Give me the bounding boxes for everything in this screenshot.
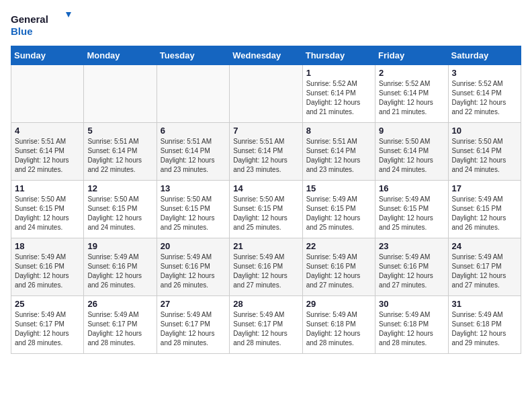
day-number: 21 (233, 241, 298, 251)
day-number: 28 (233, 299, 298, 309)
calendar-cell: 15Sunrise: 5:49 AM Sunset: 6:15 PM Dayli… (302, 181, 375, 238)
day-info: Sunrise: 5:50 AM Sunset: 6:15 PM Dayligh… (15, 195, 80, 232)
calendar-cell (157, 65, 229, 123)
day-number: 14 (233, 183, 298, 193)
day-info: Sunrise: 5:49 AM Sunset: 6:16 PM Dayligh… (161, 253, 226, 290)
day-info: Sunrise: 5:51 AM Sunset: 6:14 PM Dayligh… (306, 137, 371, 175)
day-header-thursday: Thursday (302, 46, 375, 65)
calendar-cell: 11Sunrise: 5:50 AM Sunset: 6:15 PM Dayli… (11, 181, 84, 238)
calendar-cell: 17Sunrise: 5:49 AM Sunset: 6:15 PM Dayli… (448, 181, 521, 238)
calendar-cell: 5Sunrise: 5:51 AM Sunset: 6:14 PM Daylig… (84, 123, 157, 181)
day-number: 3 (452, 68, 517, 78)
calendar-body: 1Sunrise: 5:52 AM Sunset: 6:14 PM Daylig… (11, 65, 521, 354)
day-number: 2 (379, 68, 444, 78)
calendar-cell: 31Sunrise: 5:49 AM Sunset: 6:18 PM Dayli… (448, 296, 521, 354)
day-info: Sunrise: 5:51 AM Sunset: 6:14 PM Dayligh… (87, 137, 152, 175)
day-info: Sunrise: 5:49 AM Sunset: 6:16 PM Dayligh… (379, 253, 444, 290)
calendar-cell: 12Sunrise: 5:50 AM Sunset: 6:15 PM Dayli… (84, 181, 157, 238)
calendar-table: SundayMondayTuesdayWednesdayThursdayFrid… (11, 46, 521, 354)
day-info: Sunrise: 5:49 AM Sunset: 6:15 PM Dayligh… (379, 195, 444, 232)
page-header: General Blue (11, 11, 521, 38)
calendar-cell: 2Sunrise: 5:52 AM Sunset: 6:14 PM Daylig… (375, 65, 448, 123)
calendar-cell: 14Sunrise: 5:50 AM Sunset: 6:15 PM Dayli… (230, 181, 302, 238)
calendar-cell: 6Sunrise: 5:51 AM Sunset: 6:14 PM Daylig… (157, 123, 229, 181)
calendar-cell: 21Sunrise: 5:49 AM Sunset: 6:16 PM Dayli… (230, 238, 302, 296)
day-number: 31 (452, 299, 517, 309)
day-number: 23 (379, 241, 444, 251)
calendar-cell: 1Sunrise: 5:52 AM Sunset: 6:14 PM Daylig… (302, 65, 375, 123)
day-number: 5 (87, 126, 152, 136)
svg-text:General: General (11, 13, 48, 25)
day-info: Sunrise: 5:50 AM Sunset: 6:15 PM Dayligh… (87, 195, 152, 232)
day-info: Sunrise: 5:50 AM Sunset: 6:15 PM Dayligh… (161, 195, 226, 232)
calendar-cell: 20Sunrise: 5:49 AM Sunset: 6:16 PM Dayli… (157, 238, 229, 296)
calendar-cell: 4Sunrise: 5:51 AM Sunset: 6:14 PM Daylig… (11, 123, 84, 181)
calendar-cell (230, 65, 302, 123)
day-number: 29 (306, 299, 371, 309)
day-number: 25 (15, 299, 80, 309)
calendar-cell: 25Sunrise: 5:49 AM Sunset: 6:17 PM Dayli… (11, 296, 84, 354)
calendar-week-2: 4Sunrise: 5:51 AM Sunset: 6:14 PM Daylig… (11, 123, 521, 181)
day-number: 15 (306, 183, 371, 193)
day-header-friday: Friday (375, 46, 448, 65)
calendar-cell: 26Sunrise: 5:49 AM Sunset: 6:17 PM Dayli… (84, 296, 157, 354)
day-info: Sunrise: 5:49 AM Sunset: 6:16 PM Dayligh… (87, 253, 152, 290)
day-number: 12 (87, 183, 152, 193)
day-info: Sunrise: 5:50 AM Sunset: 6:15 PM Dayligh… (233, 195, 298, 232)
calendar-cell: 18Sunrise: 5:49 AM Sunset: 6:16 PM Dayli… (11, 238, 84, 296)
day-number: 20 (161, 241, 226, 251)
calendar-cell: 8Sunrise: 5:51 AM Sunset: 6:14 PM Daylig… (302, 123, 375, 181)
day-number: 26 (87, 299, 152, 309)
day-header-sunday: Sunday (11, 46, 84, 65)
day-number: 30 (379, 299, 444, 309)
day-info: Sunrise: 5:49 AM Sunset: 6:16 PM Dayligh… (306, 253, 371, 290)
day-info: Sunrise: 5:49 AM Sunset: 6:17 PM Dayligh… (15, 310, 80, 348)
day-info: Sunrise: 5:49 AM Sunset: 6:17 PM Dayligh… (87, 310, 152, 348)
day-number: 9 (379, 126, 444, 136)
day-header-saturday: Saturday (448, 46, 521, 65)
day-info: Sunrise: 5:51 AM Sunset: 6:14 PM Dayligh… (161, 137, 226, 175)
day-number: 13 (161, 183, 226, 193)
calendar-cell (11, 65, 84, 123)
calendar-cell: 3Sunrise: 5:52 AM Sunset: 6:14 PM Daylig… (448, 65, 521, 123)
day-info: Sunrise: 5:49 AM Sunset: 6:16 PM Dayligh… (15, 253, 80, 290)
day-info: Sunrise: 5:49 AM Sunset: 6:15 PM Dayligh… (306, 195, 371, 232)
day-number: 16 (379, 183, 444, 193)
calendar-week-3: 11Sunrise: 5:50 AM Sunset: 6:15 PM Dayli… (11, 181, 521, 238)
day-header-wednesday: Wednesday (230, 46, 302, 65)
calendar-week-4: 18Sunrise: 5:49 AM Sunset: 6:16 PM Dayli… (11, 238, 521, 296)
day-number: 8 (306, 126, 371, 136)
calendar-cell: 13Sunrise: 5:50 AM Sunset: 6:15 PM Dayli… (157, 181, 229, 238)
day-info: Sunrise: 5:49 AM Sunset: 6:17 PM Dayligh… (452, 253, 517, 290)
logo-svg: General Blue (11, 11, 71, 38)
day-info: Sunrise: 5:51 AM Sunset: 6:14 PM Dayligh… (15, 137, 80, 175)
svg-text:Blue: Blue (11, 26, 33, 37)
day-number: 10 (452, 126, 517, 136)
day-info: Sunrise: 5:49 AM Sunset: 6:15 PM Dayligh… (452, 195, 517, 232)
day-info: Sunrise: 5:49 AM Sunset: 6:17 PM Dayligh… (161, 310, 226, 348)
calendar-week-5: 25Sunrise: 5:49 AM Sunset: 6:17 PM Dayli… (11, 296, 521, 354)
day-number: 27 (161, 299, 226, 309)
calendar-cell: 29Sunrise: 5:49 AM Sunset: 6:18 PM Dayli… (302, 296, 375, 354)
calendar-cell: 10Sunrise: 5:50 AM Sunset: 6:14 PM Dayli… (448, 123, 521, 181)
calendar-week-1: 1Sunrise: 5:52 AM Sunset: 6:14 PM Daylig… (11, 65, 521, 123)
calendar-cell (84, 65, 157, 123)
day-info: Sunrise: 5:50 AM Sunset: 6:14 PM Dayligh… (379, 137, 444, 175)
day-info: Sunrise: 5:49 AM Sunset: 6:18 PM Dayligh… (306, 310, 371, 348)
day-info: Sunrise: 5:49 AM Sunset: 6:17 PM Dayligh… (233, 310, 298, 348)
day-info: Sunrise: 5:52 AM Sunset: 6:14 PM Dayligh… (452, 79, 517, 117)
day-number: 11 (15, 183, 80, 193)
day-number: 22 (306, 241, 371, 251)
day-number: 24 (452, 241, 517, 251)
day-number: 17 (452, 183, 517, 193)
calendar-header-row: SundayMondayTuesdayWednesdayThursdayFrid… (11, 46, 521, 65)
calendar-cell: 9Sunrise: 5:50 AM Sunset: 6:14 PM Daylig… (375, 123, 448, 181)
calendar-cell: 30Sunrise: 5:49 AM Sunset: 6:18 PM Dayli… (375, 296, 448, 354)
calendar-cell: 7Sunrise: 5:51 AM Sunset: 6:14 PM Daylig… (230, 123, 302, 181)
calendar-cell: 16Sunrise: 5:49 AM Sunset: 6:15 PM Dayli… (375, 181, 448, 238)
day-info: Sunrise: 5:52 AM Sunset: 6:14 PM Dayligh… (306, 79, 371, 117)
day-number: 4 (15, 126, 80, 136)
day-number: 19 (87, 241, 152, 251)
logo: General Blue (11, 11, 71, 38)
day-info: Sunrise: 5:51 AM Sunset: 6:14 PM Dayligh… (233, 137, 298, 175)
